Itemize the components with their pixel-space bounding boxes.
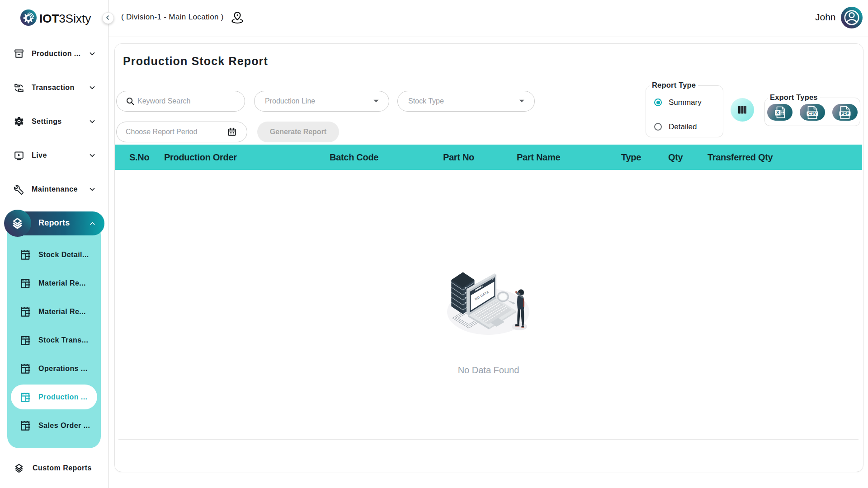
svg-text:X: X xyxy=(776,110,780,115)
svg-text:PDF: PDF xyxy=(841,111,849,116)
svg-text:CSV: CSV xyxy=(808,111,817,116)
